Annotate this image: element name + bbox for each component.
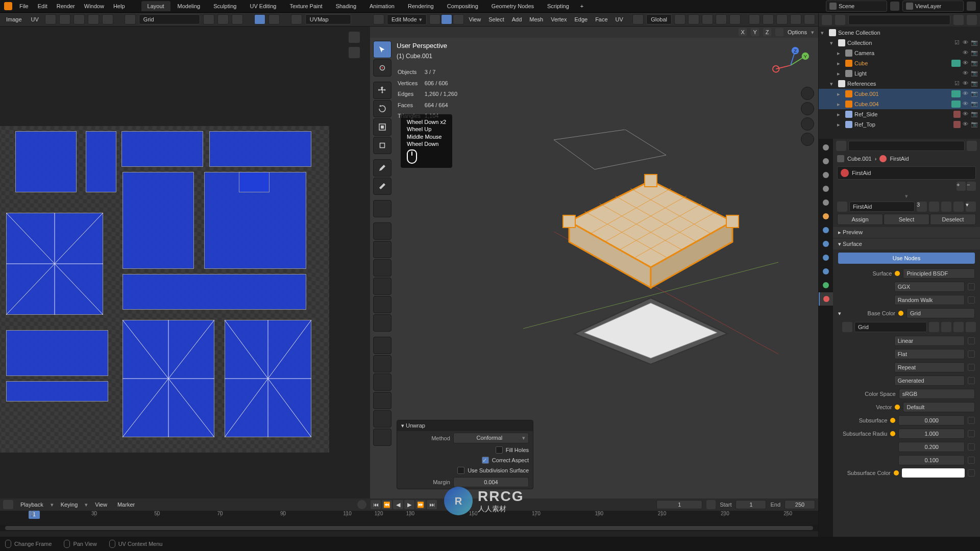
material-fake-user[interactable] <box>929 202 939 212</box>
workspace-sculpting[interactable]: Sculpting <box>207 1 242 11</box>
material-unlink[interactable] <box>953 202 964 212</box>
tex-interp[interactable]: Linear <box>894 336 965 346</box>
tool-bevel[interactable] <box>373 259 391 277</box>
material-browse[interactable] <box>837 202 847 212</box>
select-mode-vertex[interactable] <box>429 14 440 24</box>
uv-menu-uv[interactable]: UV <box>28 15 42 24</box>
assign-button[interactable]: Assign <box>837 214 883 225</box>
outliner-filter-button[interactable] <box>953 15 964 25</box>
timeline-ruler[interactable]: 1 1030507090110120130150170190210230250 <box>0 511 818 525</box>
subsurface-value[interactable]: 0.000 <box>898 415 965 425</box>
tree-ref-top[interactable]: ▸Ref_Top👁📷 <box>819 119 980 130</box>
uv-proportional-button[interactable] <box>88 14 99 24</box>
snap-type-button[interactable] <box>702 14 713 24</box>
shading-wireframe-button[interactable] <box>790 14 801 24</box>
tool-poly-build[interactable] <box>373 314 391 332</box>
tab-physics[interactable] <box>819 251 833 264</box>
surface-shader[interactable]: Principled BSDF <box>903 268 975 279</box>
material-new[interactable] <box>941 202 951 212</box>
outliner-new-collection[interactable] <box>967 15 977 25</box>
view3d-menu-uv[interactable]: UV <box>613 15 626 24</box>
tool-shrink-fatten[interactable] <box>373 392 391 409</box>
workspace-layout[interactable]: Layout <box>141 1 170 11</box>
uv-image-unlink-button[interactable] <box>232 14 243 24</box>
view3d-menu-face[interactable]: Face <box>593 15 610 24</box>
tree-cube[interactable]: ▸Cube👁📷 <box>819 58 980 68</box>
workspace-scripting[interactable]: Scripting <box>541 1 575 11</box>
play-reverse[interactable]: ◀ <box>393 500 403 509</box>
view3d-menu-view[interactable]: View <box>467 15 484 24</box>
view3d-menu-add[interactable]: Add <box>509 15 525 24</box>
overlays-toggle-button[interactable] <box>763 14 774 24</box>
prev-keyframe[interactable]: ⏪ <box>382 500 392 509</box>
view-layer-selector[interactable]: ViewLayer <box>902 1 964 12</box>
tool-inset[interactable] <box>373 241 391 258</box>
material-name-field[interactable]: FirstAid <box>849 202 915 212</box>
timeline-menu-playback[interactable]: Playback <box>17 500 46 509</box>
timeline-menu-marker[interactable]: Marker <box>114 500 138 509</box>
navigation-gizmo[interactable]: Y Z <box>772 47 809 84</box>
uv-pivot-button[interactable] <box>45 14 56 24</box>
tab-modifiers[interactable] <box>819 223 833 237</box>
tool-select-box[interactable] <box>373 41 391 58</box>
view-layer-new-button[interactable] <box>967 2 976 11</box>
tex-source[interactable]: Generated <box>894 375 965 386</box>
uv-falloff-button[interactable] <box>102 14 113 24</box>
material-slot-remove[interactable]: − <box>967 182 976 191</box>
panel-preview[interactable]: ▸ Preview <box>833 227 980 238</box>
zoom-button[interactable] <box>801 87 814 100</box>
shader-distribution[interactable]: GGX <box>894 282 965 292</box>
tex-new[interactable] <box>941 322 951 332</box>
pivot-point-button[interactable] <box>674 14 685 24</box>
select-mode-edge[interactable] <box>441 14 452 24</box>
subsurf-radius-0[interactable]: 1.000 <box>898 429 965 439</box>
select-mode-face[interactable] <box>453 14 464 24</box>
menu-render[interactable]: Render <box>53 1 79 11</box>
jump-end[interactable]: ⏭ <box>427 500 437 509</box>
color-space[interactable]: sRGB <box>899 389 975 399</box>
tab-viewlayer[interactable] <box>819 168 833 182</box>
tool-cursor[interactable] <box>373 59 391 77</box>
timeline-menu-view[interactable]: View <box>92 500 110 509</box>
uv-overlay-button[interactable] <box>268 14 280 24</box>
tool-edge-slide[interactable] <box>373 373 391 391</box>
tex-browse[interactable] <box>842 322 852 332</box>
outliner-display-mode[interactable] <box>835 15 845 25</box>
gizmo-toggle-button[interactable] <box>749 14 760 24</box>
current-frame[interactable]: 1 <box>656 500 702 509</box>
tool-spin[interactable] <box>373 337 391 354</box>
uv-snap-button[interactable] <box>59 14 70 24</box>
subsurf-color[interactable] <box>902 468 965 478</box>
timeline-editor-type[interactable] <box>3 500 13 509</box>
tool-add-cube[interactable] <box>373 200 391 217</box>
deselect-button[interactable]: Deselect <box>930 214 976 225</box>
select-button[interactable]: Select <box>884 214 929 225</box>
use-preview-range[interactable] <box>706 500 716 509</box>
use-nodes-button[interactable]: Use Nodes <box>838 253 975 264</box>
shading-solid-button[interactable] <box>804 14 815 24</box>
base-color-tex[interactable]: Grid <box>906 308 975 318</box>
mirror-y[interactable]: Y <box>751 28 759 36</box>
subsurface-method[interactable]: Random Walk <box>894 295 965 305</box>
tree-cube-001[interactable]: ▸Cube.001👁📷 <box>819 89 980 99</box>
tab-constraints[interactable] <box>819 265 833 278</box>
menu-file[interactable]: File <box>15 1 33 11</box>
view3d-menu-edge[interactable]: Edge <box>572 15 590 24</box>
tree-references[interactable]: ▾References☑👁📷 <box>819 79 980 89</box>
outliner-search[interactable] <box>848 15 950 25</box>
workspace-shading[interactable]: Shading <box>330 1 362 11</box>
view3d-menu-mesh[interactable]: Mesh <box>527 15 546 24</box>
uv-pan-icon[interactable] <box>349 47 360 58</box>
transform-orientation-icon[interactable] <box>632 14 644 24</box>
op-margin-field[interactable]: 0.004 <box>453 477 529 487</box>
workspace-texture-paint[interactable]: Texture Paint <box>283 1 328 11</box>
uv-sync-icon[interactable] <box>349 32 360 43</box>
perspective-toggle-button[interactable] <box>801 133 814 146</box>
timeline-scrollbar[interactable] <box>0 525 818 531</box>
uv-map-selector[interactable]: UVMap <box>305 14 351 24</box>
editor-type-button[interactable] <box>373 14 384 24</box>
end-frame[interactable]: 250 <box>785 500 815 509</box>
tex-extension[interactable]: Repeat <box>894 362 965 372</box>
tex-name-field[interactable]: Grid <box>854 322 927 332</box>
workspace-uv-editing[interactable]: UV Editing <box>243 1 282 11</box>
